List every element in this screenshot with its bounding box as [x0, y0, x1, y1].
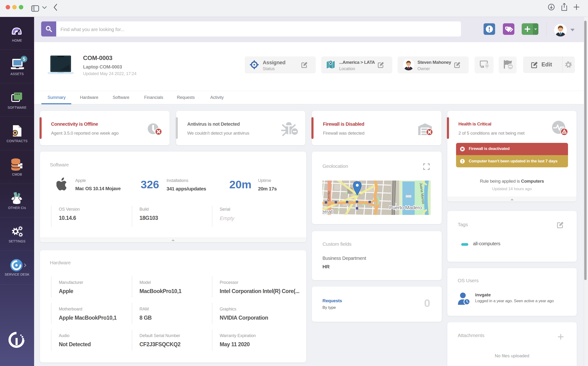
svg-text:5: 5: [22, 56, 25, 62]
svg-text:errat: errat: [322, 209, 333, 215]
svg-text:Puerto Madero: Puerto Madero: [389, 205, 422, 210]
svg-text:Cerrito: Cerrito: [327, 191, 330, 201]
